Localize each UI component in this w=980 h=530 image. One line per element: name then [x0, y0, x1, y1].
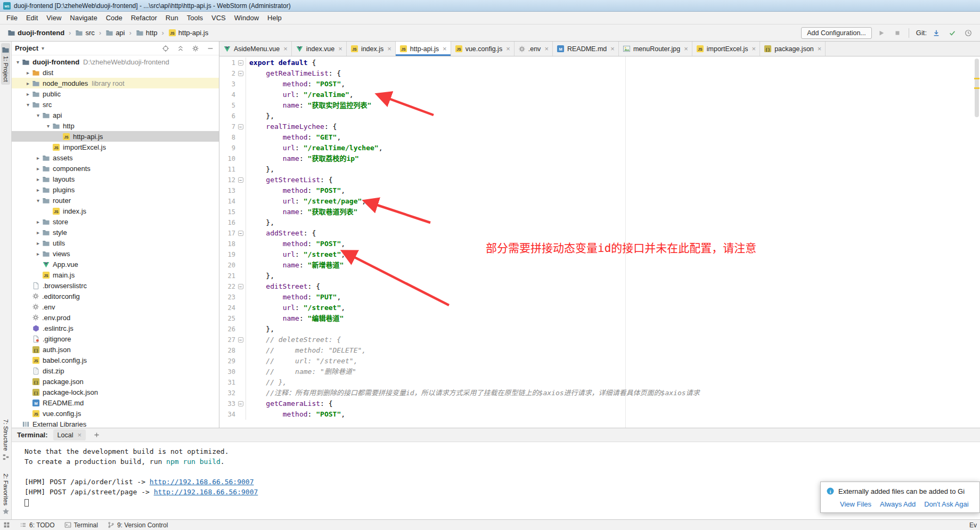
code-line[interactable]: 28 // method: "DELETE",: [219, 345, 980, 356]
code-line[interactable]: 2− getRealTimeList: {: [219, 68, 980, 79]
git-commit-button[interactable]: [946, 27, 959, 39]
tab-.env[interactable]: .env×: [514, 42, 553, 56]
close-icon[interactable]: ×: [752, 45, 756, 53]
fold-icon[interactable]: −: [238, 60, 243, 66]
settings-button[interactable]: [190, 43, 201, 54]
notification-action[interactable]: View Files: [840, 500, 871, 508]
code-line[interactable]: 10 name: "获取荔枝的ip": [219, 153, 980, 164]
tree-item[interactable]: ▸node_moduleslibrary root: [12, 78, 219, 88]
code-line[interactable]: 31 // },: [219, 377, 980, 388]
tab-vue.config.js[interactable]: JSvue.config.js×: [451, 42, 514, 56]
code-line[interactable]: 23 method: "PUT",: [219, 292, 980, 303]
fold-icon[interactable]: −: [238, 337, 243, 343]
locate-file-button[interactable]: [160, 43, 171, 54]
menu-window[interactable]: Window: [230, 12, 263, 23]
code-line[interactable]: 27− // deleteStreet: {: [219, 335, 980, 345]
tree-item[interactable]: .editorconfig: [12, 291, 219, 301]
fold-icon[interactable]: −: [238, 284, 243, 289]
code-line[interactable]: 13 method: "POST",: [219, 185, 980, 196]
code-line[interactable]: 3 method: "POST",: [219, 79, 980, 89]
breadcrumb-item[interactable]: src: [73, 28, 96, 38]
code-line[interactable]: 15 name: "获取巷道列表": [219, 207, 980, 217]
menu-navigate[interactable]: Navigate: [66, 12, 101, 23]
breadcrumb-item[interactable]: http: [134, 28, 160, 38]
fold-icon[interactable]: −: [238, 231, 243, 236]
chevron-right-icon[interactable]: ▸: [24, 70, 32, 76]
new-terminal-button[interactable]: [91, 430, 102, 441]
git-update-button[interactable]: [930, 27, 943, 39]
close-icon[interactable]: ×: [443, 45, 447, 53]
close-icon[interactable]: ×: [610, 45, 615, 53]
breadcrumb-item[interactable]: api: [103, 28, 127, 38]
tab-menuRouter.jpg[interactable]: menuRouter.jpg×: [619, 42, 692, 56]
tab-package.json[interactable]: { }package.json×: [760, 42, 826, 56]
tab-index.vue[interactable]: index.vue×: [292, 42, 347, 56]
tree-item[interactable]: { }package.json: [12, 376, 219, 387]
tree-item[interactable]: MREADME.md: [12, 397, 219, 408]
status-item-terminal[interactable]: Terminal: [64, 521, 98, 529]
menu-file[interactable]: File: [2, 12, 22, 23]
code-line[interactable]: 22− editStreet: {: [219, 281, 980, 292]
tree-item[interactable]: dist.zip: [12, 365, 219, 376]
tab-http-api.js[interactable]: JShttp-api.js×: [396, 42, 451, 56]
terminal-tab-local[interactable]: Local ×: [53, 429, 86, 441]
code-line[interactable]: 12− getStreetList: {: [219, 175, 980, 185]
chevron-down-icon[interactable]: ▾: [44, 123, 52, 129]
menu-tools[interactable]: Tools: [183, 12, 207, 23]
tree-item[interactable]: ▾duoji-frontendD:\zheheWeb\duoji-fronten…: [12, 56, 219, 67]
chevron-right-icon[interactable]: ▸: [34, 240, 42, 246]
menu-view[interactable]: View: [42, 12, 66, 23]
code-line[interactable]: 7− realTimeLychee: {: [219, 121, 980, 132]
tree-item[interactable]: { }package-lock.json: [12, 387, 219, 397]
chevron-down-icon[interactable]: ▾: [34, 198, 42, 203]
close-icon[interactable]: ×: [387, 45, 391, 53]
chevron-down-icon[interactable]: ▾: [34, 112, 42, 118]
tree-item[interactable]: ▸components: [12, 163, 219, 174]
chevron-right-icon[interactable]: ▸: [24, 91, 32, 97]
chevron-right-icon[interactable]: ▸: [34, 166, 42, 172]
tree-item[interactable]: App.vue: [12, 259, 219, 270]
tree-item[interactable]: ▸views: [12, 248, 219, 259]
chevron-right-icon[interactable]: ▸: [34, 251, 42, 257]
breadcrumb-item[interactable]: JShttp-api.js: [166, 28, 210, 38]
notification-action[interactable]: Always Add: [880, 500, 916, 508]
code-line[interactable]: 8 method: "GET",: [219, 132, 980, 143]
tree-item[interactable]: ▸plugins: [12, 184, 219, 195]
chevron-right-icon[interactable]: ▸: [34, 155, 42, 161]
chevron-right-icon[interactable]: ▸: [34, 230, 42, 235]
code-line[interactable]: 9 url: "/realTime/lychee",: [219, 143, 980, 153]
tree-item[interactable]: ▾src: [12, 99, 219, 110]
chevron-right-icon[interactable]: ▸: [34, 176, 42, 182]
menu-edit[interactable]: Edit: [22, 12, 42, 23]
tree-item[interactable]: ▾api: [12, 110, 219, 120]
tree-item[interactable]: .gitignore: [12, 333, 219, 344]
menu-run[interactable]: Run: [161, 12, 183, 23]
tree-item[interactable]: External Libraries: [12, 419, 219, 428]
tree-item[interactable]: ▸assets: [12, 152, 219, 163]
chevron-down-icon[interactable]: ▾: [24, 102, 32, 108]
close-icon[interactable]: ×: [818, 45, 822, 53]
menu-code[interactable]: Code: [102, 12, 127, 23]
tree-item[interactable]: JShttp-api.js: [12, 131, 219, 142]
code-line[interactable]: 20 name: "新增巷道": [219, 260, 980, 271]
tree-item[interactable]: JSimportExcel.js: [12, 142, 219, 152]
chevron-right-icon[interactable]: ▸: [34, 219, 42, 225]
tree-item[interactable]: JSmain.js: [12, 270, 219, 280]
code-line[interactable]: 14 url: "/street/page",: [219, 196, 980, 207]
close-icon[interactable]: ×: [506, 45, 510, 53]
hide-panel-button[interactable]: [205, 43, 216, 54]
close-icon[interactable]: ×: [544, 45, 549, 53]
code-line[interactable]: 5 name: "获取实时监控列表": [219, 100, 980, 111]
tree-item[interactable]: JSbabel.config.js: [12, 355, 219, 365]
chevron-right-icon[interactable]: ▸: [34, 187, 42, 193]
close-icon[interactable]: ×: [77, 431, 81, 439]
tree-item[interactable]: .env.prod: [12, 312, 219, 323]
project-view-selector[interactable]: Project ▾: [15, 44, 44, 52]
menu-help[interactable]: Help: [263, 12, 286, 23]
tab-AsideMenu.vue[interactable]: AsideMenu.vue×: [219, 42, 292, 56]
collapse-all-button[interactable]: [175, 43, 186, 54]
terminal-link[interactable]: http://192.168.66.56:9007: [154, 488, 258, 496]
tab-importExcel.js[interactable]: JSimportExcel.js×: [692, 42, 760, 56]
tree-item[interactable]: ▸public: [12, 88, 219, 99]
code-line[interactable]: 25 name: "编辑巷道": [219, 313, 980, 324]
